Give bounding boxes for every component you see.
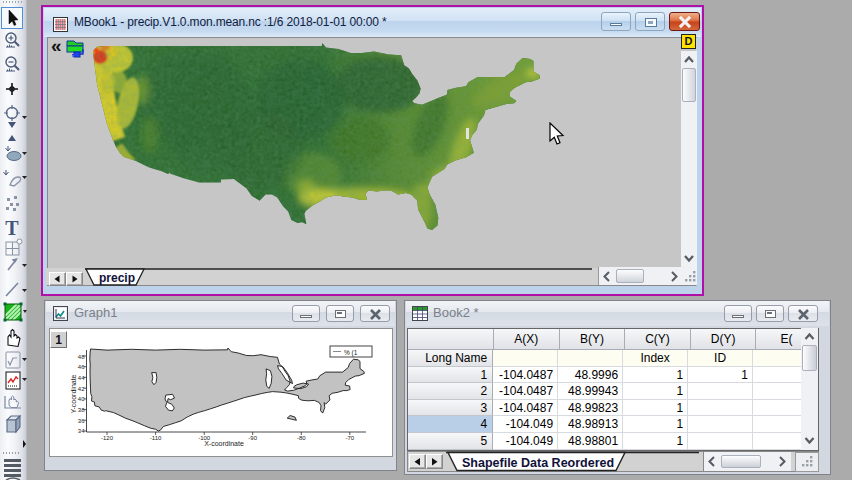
svg-text:38: 38 (78, 407, 85, 413)
svg-text:Shapefile Data Reordered: Shapefile Data Reordered (462, 456, 614, 470)
svg-text:-90: -90 (248, 435, 257, 441)
svg-text:Y-coordinate: Y-coordinate (70, 374, 77, 413)
svg-text:36: 36 (78, 418, 85, 424)
svg-text:42: 42 (78, 386, 85, 392)
svg-text:-120: -120 (101, 435, 114, 441)
svg-text:X-coordinate: X-coordinate (204, 440, 244, 447)
svg-text:-110: -110 (150, 435, 162, 441)
svg-text:48: 48 (78, 354, 85, 360)
svg-text:44: 44 (78, 375, 85, 381)
svg-text:% (1: % (1 (344, 349, 358, 357)
svg-text:precip: precip (99, 271, 135, 285)
svg-text:T: T (5, 217, 19, 239)
svg-text:46: 46 (78, 364, 85, 370)
svg-text:-80: -80 (297, 435, 306, 441)
svg-text:-70: -70 (345, 435, 354, 441)
svg-text:34: 34 (78, 428, 85, 434)
svg-text:40: 40 (78, 396, 85, 402)
